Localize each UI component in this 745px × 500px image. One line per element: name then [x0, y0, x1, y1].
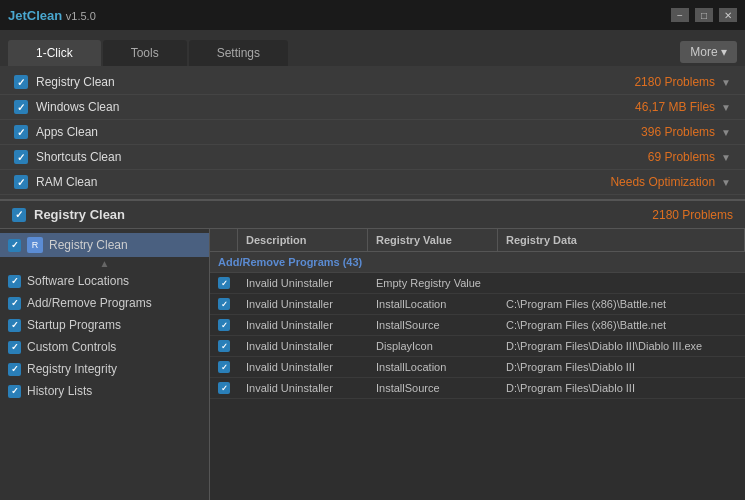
- tree-item-startup[interactable]: Startup Programs: [0, 314, 209, 336]
- apps-clean-label: Apps Clean: [36, 125, 98, 139]
- section-row-shortcuts[interactable]: Shortcuts Clean 69 Problems ▼: [0, 145, 745, 170]
- ram-clean-checkbox[interactable]: [14, 175, 28, 189]
- row-checkbox[interactable]: [210, 336, 238, 356]
- chevron-down-icon: ▼: [721, 102, 731, 113]
- shortcuts-clean-checkbox[interactable]: [14, 150, 28, 164]
- tab-bar: 1-Click Tools Settings More ▾: [0, 30, 745, 66]
- tree-item-registry-clean[interactable]: R Registry Clean: [0, 233, 209, 257]
- section-row-registry[interactable]: Registry Clean 2180 Problems ▼: [0, 70, 745, 95]
- row-data: C:\Program Files (x86)\Battle.net: [498, 315, 745, 335]
- row-checkbox[interactable]: [210, 357, 238, 377]
- col-header-check: [210, 229, 238, 251]
- tree-check-icon: [8, 363, 21, 376]
- tree-label-history-lists: History Lists: [27, 384, 92, 398]
- window-controls: − □ ✕: [671, 8, 737, 22]
- ram-clean-status: Needs Optimization ▼: [610, 175, 731, 189]
- maximize-button[interactable]: □: [695, 8, 713, 22]
- tree-check-icon: [8, 319, 21, 332]
- row-data: [498, 279, 745, 287]
- section-row-ram[interactable]: RAM Clean Needs Optimization ▼: [0, 170, 745, 195]
- section-row-apps[interactable]: Apps Clean 396 Problems ▼: [0, 120, 745, 145]
- title-bar: JetClean v1.5.0 − □ ✕: [0, 0, 745, 30]
- minimize-button[interactable]: −: [671, 8, 689, 22]
- table-row[interactable]: Invalid Uninstaller DisplayIcon D:\Progr…: [210, 336, 745, 357]
- row-data: D:\Program Files\Diablo III: [498, 378, 745, 398]
- tree-panel: R Registry Clean ▲ Software Locations Ad…: [0, 229, 210, 500]
- tree-item-custom-controls[interactable]: Custom Controls: [0, 336, 209, 358]
- table-header: Description Registry Value Registry Data: [210, 229, 745, 252]
- registry-clean-checkbox[interactable]: [14, 75, 28, 89]
- row-description: Invalid Uninstaller: [238, 273, 368, 293]
- tab-tools[interactable]: Tools: [103, 40, 187, 66]
- row-checkbox[interactable]: [210, 273, 238, 293]
- table-group-header: Add/Remove Programs (43): [210, 252, 745, 273]
- tree-check-icon: [8, 385, 21, 398]
- apps-clean-checkbox[interactable]: [14, 125, 28, 139]
- table-row[interactable]: Invalid Uninstaller Empty Registry Value: [210, 273, 745, 294]
- row-description: Invalid Uninstaller: [238, 378, 368, 398]
- row-description: Invalid Uninstaller: [238, 294, 368, 314]
- table-row[interactable]: Invalid Uninstaller InstallLocation D:\P…: [210, 357, 745, 378]
- row-data: D:\Program Files\Diablo III\Diablo III.e…: [498, 336, 745, 356]
- row-value: InstallSource: [368, 315, 498, 335]
- chevron-down-icon: ▼: [721, 152, 731, 163]
- detail-checkbox[interactable]: [12, 208, 26, 222]
- detail-problems-count: 2180 Problems: [652, 208, 733, 222]
- table-row[interactable]: Invalid Uninstaller InstallSource C:\Pro…: [210, 315, 745, 336]
- registry-clean-label: Registry Clean: [36, 75, 115, 89]
- sections-list: Registry Clean 2180 Problems ▼ Windows C…: [0, 66, 745, 199]
- row-checkbox[interactable]: [210, 294, 238, 314]
- detail-title: Registry Clean: [34, 207, 125, 222]
- registry-icon: R: [27, 237, 43, 253]
- tree-item-history-lists[interactable]: History Lists: [0, 380, 209, 402]
- col-header-data: Registry Data: [498, 229, 745, 251]
- chevron-down-icon: ▼: [721, 177, 731, 188]
- row-description: Invalid Uninstaller: [238, 357, 368, 377]
- close-button[interactable]: ✕: [719, 8, 737, 22]
- tree-check-icon: [8, 341, 21, 354]
- detail-content: R Registry Clean ▲ Software Locations Ad…: [0, 229, 745, 500]
- row-data: C:\Program Files (x86)\Battle.net: [498, 294, 745, 314]
- windows-clean-checkbox[interactable]: [14, 100, 28, 114]
- row-value: Empty Registry Value: [368, 273, 498, 293]
- table-row[interactable]: Invalid Uninstaller InstallSource D:\Pro…: [210, 378, 745, 399]
- row-description: Invalid Uninstaller: [238, 336, 368, 356]
- tree-label-registry-clean: Registry Clean: [49, 238, 128, 252]
- table-row[interactable]: Invalid Uninstaller InstallLocation C:\P…: [210, 294, 745, 315]
- row-value: DisplayIcon: [368, 336, 498, 356]
- col-header-value: Registry Value: [368, 229, 498, 251]
- main-area: Registry Clean 2180 Problems ▼ Windows C…: [0, 66, 745, 500]
- row-value: InstallLocation: [368, 357, 498, 377]
- tabs: 1-Click Tools Settings: [8, 40, 288, 66]
- shortcuts-clean-status: 69 Problems ▼: [648, 150, 731, 164]
- tree-check-icon: [8, 297, 21, 310]
- tree-scroll-up: ▲: [0, 257, 209, 270]
- tree-label-addremove: Add/Remove Programs: [27, 296, 152, 310]
- row-description: Invalid Uninstaller: [238, 315, 368, 335]
- tab-settings[interactable]: Settings: [189, 40, 288, 66]
- col-header-description: Description: [238, 229, 368, 251]
- apps-clean-status: 396 Problems ▼: [641, 125, 731, 139]
- tree-check-icon: [8, 275, 21, 288]
- tree-label-startup: Startup Programs: [27, 318, 121, 332]
- tree-item-addremove[interactable]: Add/Remove Programs: [0, 292, 209, 314]
- more-button[interactable]: More ▾: [680, 41, 737, 63]
- shortcuts-clean-label: Shortcuts Clean: [36, 150, 121, 164]
- tree-check-icon: [8, 239, 21, 252]
- row-checkbox[interactable]: [210, 378, 238, 398]
- row-checkbox[interactable]: [210, 315, 238, 335]
- detail-panel: Registry Clean 2180 Problems R Registry …: [0, 199, 745, 500]
- tree-label-custom-controls: Custom Controls: [27, 340, 116, 354]
- windows-clean-status: 46,17 MB Files ▼: [635, 100, 731, 114]
- tab-1click[interactable]: 1-Click: [8, 40, 101, 66]
- chevron-down-icon: ▼: [721, 127, 731, 138]
- tree-item-registry-integrity[interactable]: Registry Integrity: [0, 358, 209, 380]
- windows-clean-label: Windows Clean: [36, 100, 119, 114]
- tree-item-software-locations[interactable]: Software Locations: [0, 270, 209, 292]
- row-value: InstallSource: [368, 378, 498, 398]
- registry-clean-status: 2180 Problems ▼: [634, 75, 731, 89]
- tree-label-registry-integrity: Registry Integrity: [27, 362, 117, 376]
- table-panel: Description Registry Value Registry Data…: [210, 229, 745, 500]
- row-value: InstallLocation: [368, 294, 498, 314]
- section-row-windows[interactable]: Windows Clean 46,17 MB Files ▼: [0, 95, 745, 120]
